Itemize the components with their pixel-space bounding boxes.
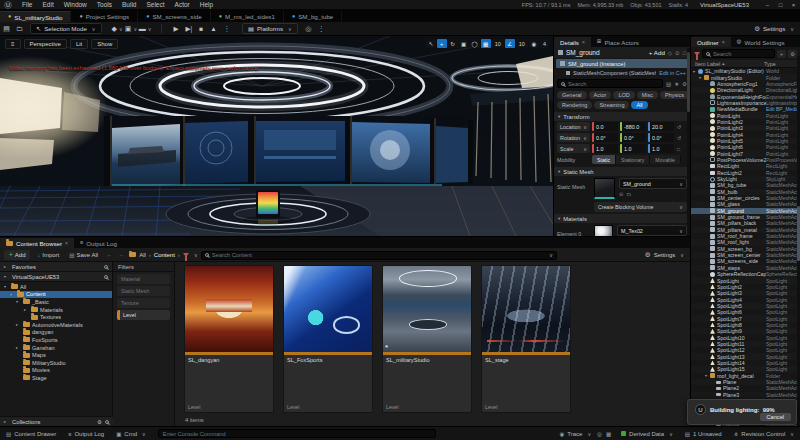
toolbar-more-icon[interactable]: ⋮ — [315, 23, 328, 34]
menu-item[interactable]: Edit — [37, 1, 58, 8]
favorites-icon[interactable]: ★ — [674, 81, 679, 87]
expand-arrow-icon[interactable]: ▾ — [4, 284, 9, 289]
content-settings-dropdown[interactable]: ⚙ Settings∨ — [645, 251, 684, 259]
create-blocking-volume-dropdown[interactable]: Create Blocking Volume∨ — [594, 202, 687, 212]
blueprint-convert-icon[interactable]: ◇ — [668, 50, 672, 56]
folder-tree-row[interactable]: ▾ Content — [0, 291, 112, 299]
show-dropdown[interactable]: Show — [91, 39, 118, 49]
close-button[interactable]: × — [787, 0, 800, 10]
asset-tile[interactable]: SL_stage Level — [481, 265, 571, 413]
rotation-dropdown[interactable]: Rotation∨ — [557, 133, 590, 142]
tab-content-browser[interactable]: Content Browser × — [0, 238, 74, 248]
frame-skip-button[interactable]: ▶| — [183, 25, 196, 33]
capture-icon[interactable]: ◎ — [302, 23, 315, 34]
component-row-staticmesh[interactable]: StaticMeshComponent (StaticMeshComponent… — [554, 68, 690, 77]
search-icon[interactable] — [104, 265, 108, 269]
grid-snap-icon[interactable]: ▦ — [481, 39, 491, 48]
eject-button[interactable]: ▲ — [207, 25, 219, 32]
folder-tree-row[interactable]: FoxSports — [0, 336, 112, 344]
close-icon[interactable]: × — [722, 39, 725, 45]
back-button[interactable]: ← — [105, 252, 113, 258]
viewport[interactable]: Video memory has been exhausted (1,880 M… — [0, 36, 553, 236]
collections-header[interactable]: ▸Collections ⚙ — [0, 416, 113, 426]
search-icon[interactable] — [105, 420, 109, 424]
editor-settings-dropdown[interactable]: ⚙ Settings∨ — [754, 25, 794, 33]
scale-tool-icon[interactable]: ▣ — [459, 39, 469, 48]
outliner-settings-icon[interactable]: ⚙ — [788, 50, 797, 58]
section-static-mesh[interactable]: ▾Static Mesh — [554, 167, 690, 176]
filter-chip[interactable]: Texture — [117, 298, 170, 308]
details-search-input[interactable]: Search — [557, 79, 663, 88]
reset-icon[interactable]: ↺ — [677, 124, 681, 130]
expand-arrow-icon[interactable]: ▾ — [16, 299, 21, 304]
import-button[interactable]: ↓Import — [34, 250, 62, 259]
outliner-row[interactable]: ▾ SL_militaryStudio (Editor) World — [691, 68, 800, 74]
asset-tile[interactable]: SL_FoxSports Level — [283, 265, 373, 413]
rotation-y-field[interactable]: 0.0° — [620, 133, 646, 142]
edit-in-cpp-link[interactable]: Edit in C++ — [659, 70, 686, 76]
outliner-filter-icon[interactable] — [694, 52, 700, 56]
expand-arrow-icon[interactable]: ▾ — [10, 292, 15, 297]
play-options-button[interactable]: ⋮ — [221, 25, 234, 33]
static-mesh-thumbnail[interactable] — [594, 178, 615, 199]
folder-tree-row[interactable]: ▾ _Basic — [0, 298, 112, 306]
rotation-snap-value[interactable]: 10 — [516, 39, 528, 48]
tab-details[interactable]: Details× — [554, 37, 591, 47]
scale-z-field[interactable]: 1.0 — [648, 144, 674, 153]
menu-item[interactable]: Window — [59, 1, 92, 8]
console-command-input[interactable]: Enter Console Command — [158, 429, 436, 439]
grid-snap-value[interactable]: 10 — [492, 39, 504, 48]
reset-icon[interactable]: ↺ — [677, 135, 681, 141]
close-icon[interactable]: × — [65, 240, 68, 246]
details-filter-chip[interactable]: Streaming — [594, 101, 629, 109]
asset-tab[interactable]: ● SL_militaryStudio — [0, 11, 71, 22]
move-tool-icon[interactable]: + — [437, 39, 447, 48]
static-mesh-dropdown[interactable]: SM_ground∨ — [619, 178, 687, 189]
use-selected-icon[interactable]: ⊙ — [619, 191, 623, 197]
asset-tile[interactable]: * SL_militaryStudio Level — [382, 265, 472, 413]
content-drawer-button[interactable]: ▤ Content Drawer — [0, 431, 62, 437]
filter-chevron-icon[interactable]: ∨ — [194, 252, 198, 258]
scale-lock-icon[interactable]: □ — [677, 146, 680, 152]
rotate-tool-icon[interactable]: ↻ — [448, 39, 458, 48]
insights-icon[interactable]: ◎ — [597, 431, 602, 437]
close-icon[interactable]: × — [582, 39, 585, 45]
filter-chip[interactable]: Static Mesh — [117, 286, 170, 296]
rotation-x-field[interactable]: 0.0° — [592, 133, 618, 142]
maximize-button[interactable]: □ — [774, 0, 787, 10]
scale-y-field[interactable]: 1.0 — [620, 144, 646, 153]
location-x-field[interactable]: 0.0 — [592, 122, 618, 131]
menu-item[interactable]: Build — [117, 1, 141, 8]
menu-item[interactable]: File — [17, 1, 37, 8]
folder-tree-row[interactable]: dangyan — [0, 329, 112, 337]
cinematics-dropdown-icon[interactable]: ▬∨ — [139, 23, 152, 34]
location-z-field[interactable]: 20.0 — [648, 122, 674, 131]
details-filter-chip[interactable]: Actor — [589, 91, 612, 99]
breadcrumb-all[interactable]: All — [139, 252, 146, 258]
menu-item[interactable]: Help — [195, 1, 218, 8]
unsaved-button[interactable]: ▤ 1 Unsaved — [679, 431, 728, 437]
tab-world-settings[interactable]: ◍ World Settings — [731, 37, 791, 47]
outliner-row[interactable]: ▾ roof_light_decal Folder — [691, 373, 800, 379]
camera-speed-icon[interactable]: ◉ — [529, 39, 539, 48]
rotation-z-field[interactable]: 0.0° — [648, 133, 674, 142]
output-log-button[interactable]: ≡ Output Log — [62, 431, 110, 437]
snapshot-icon[interactable]: ▦ — [606, 431, 611, 437]
menu-item[interactable]: Select — [141, 1, 169, 8]
revision-control-dropdown[interactable]: ⋔ Revision Control∨ — [728, 431, 800, 437]
content-folder-icon[interactable]: 🗀 — [13, 23, 26, 34]
platforms-dropdown[interactable]: ▤ Platforms∨ — [242, 23, 298, 34]
expand-arrow-icon[interactable]: ▸ — [24, 307, 29, 312]
details-filter-chip[interactable]: Rendering — [557, 101, 592, 109]
expand-arrow-icon[interactable]: ▸ — [16, 322, 21, 327]
component-row-instance[interactable]: SM_ground (Instance) — [556, 59, 688, 68]
scale-dropdown[interactable]: Scale∨ — [557, 144, 590, 153]
project-header[interactable]: ▾VirtualSpaceUE53 — [0, 272, 112, 282]
add-button[interactable]: +Add — [4, 250, 30, 260]
breadcrumb-content[interactable]: Content — [154, 252, 175, 258]
expand-arrow-icon[interactable]: ▸ — [16, 345, 21, 350]
folder-tree-row[interactable]: Textures — [0, 313, 112, 321]
tab-place-actors[interactable]: ⊞ Place Actors — [591, 37, 645, 47]
asset-tab[interactable]: ● M_ms_led_sides1 — [211, 11, 284, 22]
scale-x-field[interactable]: 1.0 — [592, 144, 618, 153]
